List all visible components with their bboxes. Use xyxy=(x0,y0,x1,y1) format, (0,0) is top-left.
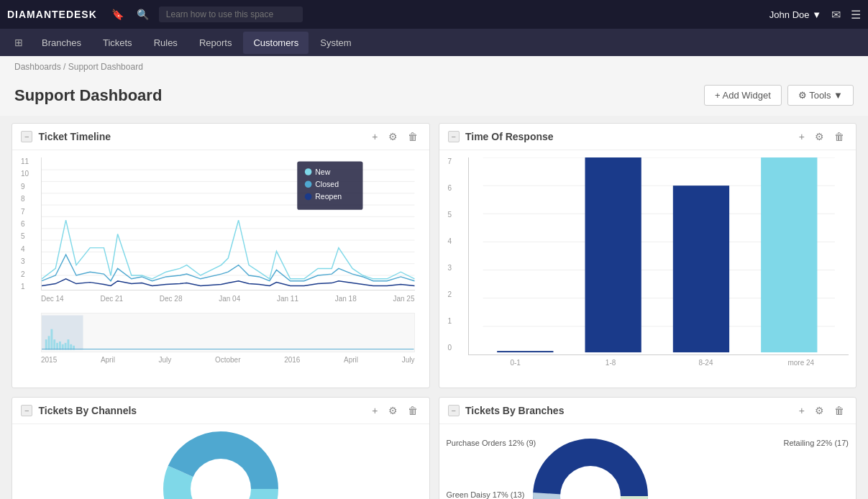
tickets-by-channels-body: Email 44% (34) xyxy=(12,424,429,499)
tickets-by-branches-title: Tickets By Branches xyxy=(465,405,790,416)
mail-icon[interactable]: ✉ xyxy=(831,8,841,22)
ticket-timeline-actions: + ⚙ 🗑 xyxy=(369,129,420,144)
tickets-by-branches-header: − Tickets By Branches + ⚙ 🗑 xyxy=(439,398,856,424)
time-of-response-add[interactable]: + xyxy=(796,129,808,144)
home-icon[interactable]: ⊞ xyxy=(7,31,30,54)
time-of-response-body: 7 6 5 4 3 2 1 0 xyxy=(439,150,856,388)
topbar: DIAMANTEDESK 🔖 🔍 John Doe ▼ ✉ ☰ xyxy=(0,0,868,29)
time-of-response-header: − Time Of Response + ⚙ 🗑 xyxy=(439,124,856,150)
channels-donut-chart xyxy=(149,417,293,499)
time-of-response-widget: − Time Of Response + ⚙ 🗑 7 6 5 4 3 2 1 0 xyxy=(439,123,857,388)
page-header: Support Dashboard + Add Widget ⚙ Tools ▼ xyxy=(0,78,868,116)
ticket-timeline-collapse[interactable]: − xyxy=(21,131,32,142)
ticket-timeline-widget: − Ticket Timeline + ⚙ 🗑 11 10 9 8 7 6 5 xyxy=(12,123,430,388)
svg-point-15 xyxy=(305,193,312,201)
ticket-timeline-header: − Ticket Timeline + ⚙ 🗑 xyxy=(12,124,429,150)
svg-text:Reopen: Reopen xyxy=(315,192,342,201)
tickets-by-channels-settings[interactable]: ⚙ xyxy=(385,403,401,418)
svg-rect-39 xyxy=(672,186,728,352)
timeline-mini-chart xyxy=(41,313,415,352)
ticket-timeline-settings[interactable]: ⚙ xyxy=(385,129,401,144)
time-of-response-actions: + ⚙ 🗑 xyxy=(796,129,847,144)
add-widget-button[interactable]: + Add Widget xyxy=(704,85,782,106)
svg-rect-38 xyxy=(585,157,641,352)
brand-logo: DIAMANTEDESK xyxy=(7,9,97,20)
svg-rect-40 xyxy=(761,157,817,352)
tickets-by-channels-collapse[interactable]: − xyxy=(21,405,32,416)
ticket-timeline-delete[interactable]: 🗑 xyxy=(405,129,421,144)
branches-donut-chart xyxy=(518,424,662,499)
svg-text:New: New xyxy=(315,168,330,176)
svg-point-11 xyxy=(305,168,312,175)
tickets-by-channels-add[interactable]: + xyxy=(369,403,380,418)
ticket-timeline-body: 11 10 9 8 7 6 5 4 3 2 1 xyxy=(12,150,429,371)
page-actions: + Add Widget ⚙ Tools ▼ xyxy=(704,85,854,106)
time-of-response-delete[interactable]: 🗑 xyxy=(831,129,847,144)
svg-rect-19 xyxy=(48,336,50,349)
global-search-input[interactable] xyxy=(159,6,303,22)
ticket-timeline-title: Ticket Timeline xyxy=(38,131,363,142)
svg-rect-37 xyxy=(497,351,553,352)
search-icon[interactable]: 🔍 xyxy=(134,9,152,20)
bookmark-icon[interactable]: 🔖 xyxy=(109,9,127,20)
svg-rect-18 xyxy=(45,339,47,349)
breadcrumb-dashboards[interactable]: Dashboards xyxy=(14,62,61,72)
tools-button[interactable]: ⚙ Tools ▼ xyxy=(787,85,854,106)
nav-customers[interactable]: Customers xyxy=(243,32,309,54)
tickets-by-branches-delete[interactable]: 🗑 xyxy=(831,403,847,418)
svg-point-13 xyxy=(305,180,312,188)
svg-rect-23 xyxy=(59,342,61,350)
svg-rect-21 xyxy=(53,339,55,349)
tickets-by-channels-delete[interactable]: 🗑 xyxy=(405,403,421,418)
tickets-by-channels-title: Tickets By Channels xyxy=(38,405,363,416)
svg-rect-20 xyxy=(50,329,52,350)
tickets-by-branches-widget: − Tickets By Branches + ⚙ 🗑 xyxy=(439,397,857,499)
tickets-by-branches-body: Purchase Orders 12% (9) Green Daisy 17% … xyxy=(439,424,856,499)
breadcrumb: Dashboards / Support Dashboard xyxy=(0,56,868,78)
ticket-timeline-add[interactable]: + xyxy=(369,129,380,144)
time-of-response-title: Time Of Response xyxy=(465,131,790,142)
page-title: Support Dashboard xyxy=(14,86,162,105)
response-bar-chart xyxy=(468,157,849,355)
tickets-by-channels-widget: − Tickets By Channels + ⚙ 🗑 xyxy=(12,397,430,499)
timeline-main-chart: New Closed Reopen xyxy=(41,157,415,290)
topbar-right: John Doe ▼ ✉ ☰ xyxy=(769,8,861,22)
svg-text:Closed: Closed xyxy=(315,180,339,188)
main-nav: ⊞ Branches Tickets Rules Reports Custome… xyxy=(0,29,868,56)
nav-branches[interactable]: Branches xyxy=(32,32,91,54)
dashboard: − Ticket Timeline + ⚙ 🗑 11 10 9 8 7 6 5 xyxy=(0,116,868,499)
tickets-by-channels-actions: + ⚙ 🗑 xyxy=(369,403,420,418)
tickets-by-branches-settings[interactable]: ⚙ xyxy=(812,403,827,418)
hamburger-icon[interactable]: ☰ xyxy=(851,8,861,22)
breadcrumb-current: Support Dashboard xyxy=(68,62,143,72)
nav-rules[interactable]: Rules xyxy=(144,32,188,54)
tickets-by-branches-collapse[interactable]: − xyxy=(448,405,460,416)
nav-reports[interactable]: Reports xyxy=(189,32,242,54)
time-of-response-settings[interactable]: ⚙ xyxy=(812,129,827,144)
nav-system[interactable]: System xyxy=(310,32,361,54)
user-menu[interactable]: John Doe ▼ xyxy=(769,9,821,20)
time-of-response-collapse[interactable]: − xyxy=(448,131,460,142)
nav-tickets[interactable]: Tickets xyxy=(93,32,142,54)
svg-rect-26 xyxy=(67,339,69,349)
tickets-by-branches-actions: + ⚙ 🗑 xyxy=(796,403,847,418)
tickets-by-branches-add[interactable]: + xyxy=(796,403,808,418)
